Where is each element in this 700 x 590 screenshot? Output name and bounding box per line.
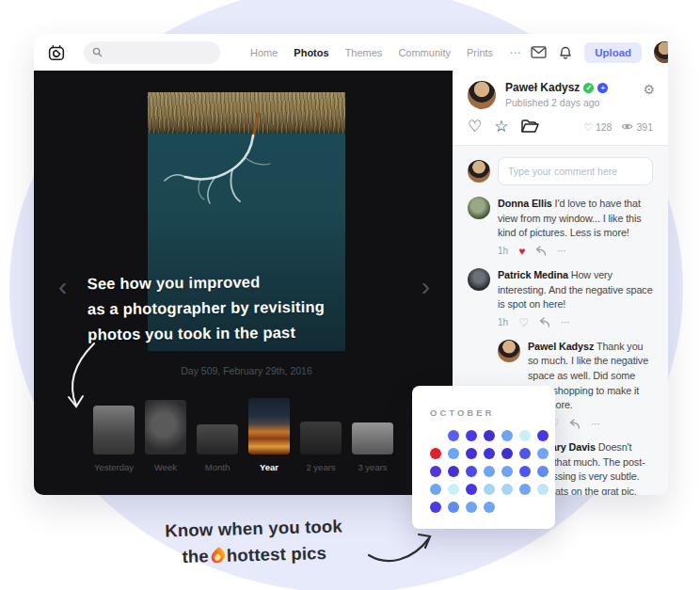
comment-time: 1h — [498, 246, 508, 256]
calendar-day-dot[interactable] — [501, 466, 513, 477]
reply-icon[interactable] — [539, 317, 550, 327]
commenter-avatar[interactable] — [468, 268, 490, 291]
calendar-day-dot[interactable] — [448, 430, 459, 441]
calendar-day-dot[interactable] — [519, 448, 531, 459]
calendar-day-dot[interactable] — [537, 466, 549, 477]
calendar-day-dot[interactable] — [448, 466, 459, 477]
thumbnail-image[interactable] — [300, 422, 342, 454]
commenter-name[interactable]: Patrick Medina — [498, 269, 568, 280]
likes-count: ♡ 128 — [584, 121, 612, 133]
plus-badge-icon: + — [597, 83, 608, 93]
heart-icon: ♡ — [584, 121, 593, 133]
comment-more-icon[interactable]: ⋯ — [591, 419, 601, 429]
comment-like-icon[interactable]: ♡ — [518, 317, 529, 328]
reply-icon[interactable] — [535, 246, 547, 256]
timeline-item-3-years[interactable]: 3 years — [352, 423, 393, 472]
mail-icon[interactable] — [531, 46, 547, 58]
thumbnail-image[interactable] — [248, 398, 290, 454]
tookapic-logo-icon[interactable] — [46, 41, 67, 64]
calendar-day-dot[interactable] — [501, 448, 513, 459]
calendar-day-dot[interactable] — [484, 466, 495, 477]
reply-icon[interactable] — [569, 419, 581, 429]
calendar-day-dot[interactable] — [466, 430, 477, 441]
thumbnail-image[interactable] — [352, 423, 393, 454]
calendar-day-dot[interactable] — [466, 448, 477, 459]
timeline-item-yesterday[interactable]: Yesterday — [93, 406, 135, 472]
comment-like-icon[interactable]: ♥ — [518, 246, 525, 257]
commenter-name[interactable]: Donna Ellis — [498, 198, 552, 209]
timeline-item-2-years[interactable]: 2 years — [300, 422, 342, 472]
views-count: 391 — [621, 121, 653, 133]
photo-actions: ♡ ☆ ♡ 128 391 — [453, 115, 668, 145]
timeline-item-month[interactable]: Month — [197, 424, 238, 472]
fire-emoji-icon — [208, 547, 227, 566]
calendar-day-dot[interactable] — [537, 430, 549, 441]
search-input[interactable] — [108, 47, 212, 57]
current-user-avatar — [468, 160, 490, 183]
calendar-day-dot[interactable] — [484, 430, 495, 441]
timeline-item-year[interactable]: Year — [248, 398, 290, 472]
comment-more-icon[interactable]: ⋯ — [557, 246, 567, 256]
calendar-day-dot[interactable] — [519, 466, 531, 477]
content-row: ‹ › See how you improved as a photograph… — [34, 71, 668, 495]
nav-link-photos[interactable]: Photos — [294, 47, 328, 58]
user-avatar[interactable] — [654, 41, 668, 63]
like-heart-icon[interactable]: ♡ — [468, 119, 482, 135]
search-bar[interactable] — [84, 41, 220, 64]
favorite-star-icon[interactable]: ☆ — [494, 119, 508, 135]
calendar-day-dot[interactable] — [430, 466, 441, 477]
nav-link-community[interactable]: Community — [398, 47, 451, 58]
calendar-day-dot[interactable] — [448, 448, 459, 459]
verified-badge-icon: ✓ — [583, 83, 594, 93]
thumbnail-image[interactable] — [93, 406, 135, 454]
calendar-day-dot[interactable] — [430, 484, 441, 495]
gear-icon[interactable]: ⚙ — [643, 82, 655, 97]
calendar-day-dot[interactable] — [519, 430, 531, 441]
calendar-popover: OCTOBER — [412, 386, 555, 529]
calendar-day-dot[interactable] — [466, 502, 477, 513]
comment-time: 1h — [498, 317, 508, 327]
calendar-day-dot[interactable] — [484, 502, 495, 513]
upload-button[interactable]: Upload — [584, 42, 642, 63]
comment-input-row — [468, 157, 653, 185]
calendar-day-dot[interactable] — [466, 484, 477, 495]
commenter-name[interactable]: Pawel Kadysz — [528, 341, 594, 352]
add-to-album-folder-icon[interactable] — [521, 120, 539, 134]
author-avatar[interactable] — [468, 81, 496, 109]
nav-links: Home Photos Themes Community Prints ⋯ — [250, 46, 521, 59]
calendar-day-dot[interactable] — [501, 484, 513, 495]
commenter-avatar[interactable] — [468, 197, 490, 219]
prev-photo-chevron[interactable]: ‹ — [58, 274, 67, 300]
nav-link-home[interactable]: Home — [250, 47, 278, 58]
commenter-avatar[interactable] — [498, 340, 520, 362]
photo-caption: Day 509, February 29th, 2016 — [148, 365, 345, 376]
calendar-day-dot[interactable] — [519, 484, 531, 495]
thumbnail-image[interactable] — [197, 424, 238, 454]
navbar: Home Photos Themes Community Prints ⋯ Up… — [34, 34, 668, 71]
timeline-item-week[interactable]: Week — [145, 400, 186, 472]
calendar-day-dot[interactable] — [430, 448, 441, 459]
calendar-day-dot[interactable] — [501, 430, 513, 441]
next-photo-chevron[interactable]: › — [422, 274, 430, 300]
photo-viewer: ‹ › See how you improved as a photograph… — [34, 71, 453, 495]
calendar-month-label: OCTOBER — [430, 407, 555, 418]
calendar-day-dot[interactable] — [484, 484, 495, 495]
nav-more-icon[interactable]: ⋯ — [509, 46, 521, 59]
calendar-day-dot[interactable] — [537, 484, 549, 495]
calendar-day-dot[interactable] — [430, 502, 441, 513]
eye-icon — [621, 122, 633, 131]
bell-icon[interactable] — [559, 45, 572, 60]
nav-link-themes[interactable]: Themes — [345, 47, 383, 58]
comment-input[interactable] — [498, 157, 653, 185]
nav-link-prints[interactable]: Prints — [467, 47, 493, 58]
comment-more-icon[interactable]: ⋯ — [561, 317, 571, 327]
thumbnail-image[interactable] — [145, 400, 186, 454]
comment-patrick-medina: Patrick Medina How very interesting. And… — [468, 268, 653, 328]
calendar-day-dot[interactable] — [537, 448, 549, 459]
calendar-day-dot[interactable] — [484, 448, 495, 459]
author-name[interactable]: Paweł Kadysz — [505, 81, 580, 94]
calendar-day-dot[interactable] — [448, 502, 459, 513]
calendar-day-dot[interactable] — [466, 466, 477, 477]
nav-icon-buttons: Upload — [531, 41, 668, 63]
calendar-day-dot[interactable] — [448, 484, 459, 495]
